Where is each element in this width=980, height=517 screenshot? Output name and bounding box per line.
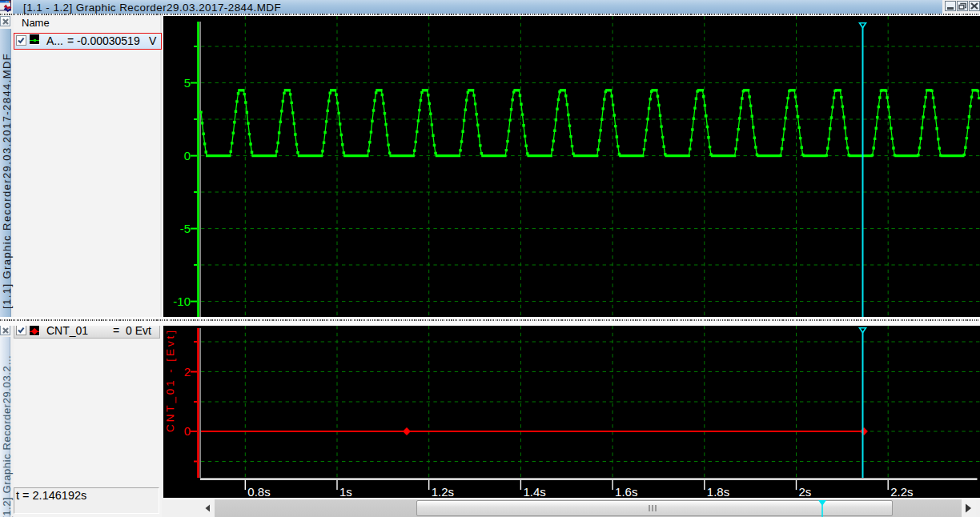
- svg-text:1.4s: 1.4s: [523, 485, 545, 498]
- svg-text:1s: 1s: [339, 485, 352, 498]
- svg-text:2: 2: [184, 365, 191, 379]
- svg-text:2s: 2s: [799, 485, 812, 498]
- svg-text:0: 0: [184, 424, 191, 438]
- svg-text:1.2s: 1.2s: [432, 485, 454, 498]
- svg-text:-5: -5: [180, 222, 191, 235]
- svg-text:0.8s: 0.8s: [247, 485, 270, 498]
- svg-text:2.2s: 2.2s: [890, 485, 913, 498]
- svg-text:5: 5: [184, 76, 191, 90]
- svg-text:-10: -10: [173, 295, 191, 308]
- svg-text:1.8s: 1.8s: [707, 485, 729, 498]
- svg-text:1.6s: 1.6s: [615, 485, 637, 498]
- svg-text:0: 0: [184, 149, 191, 162]
